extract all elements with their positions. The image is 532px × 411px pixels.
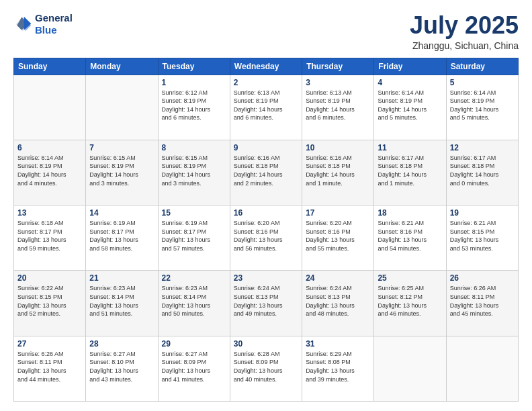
cell-info: Sunrise: 6:12 AM Sunset: 8:19 PM Dayligh… xyxy=(162,89,226,122)
calendar-cell xyxy=(374,336,446,401)
month-title: July 2025 xyxy=(410,12,519,39)
cell-info: Sunrise: 6:27 AM Sunset: 8:10 PM Dayligh… xyxy=(89,350,154,383)
calendar-cell: 1Sunrise: 6:12 AM Sunset: 8:19 PM Daylig… xyxy=(158,75,230,140)
weekday-tuesday: Tuesday xyxy=(158,58,230,75)
calendar-cell: 11Sunrise: 6:17 AM Sunset: 8:18 PM Dayli… xyxy=(374,140,446,205)
cell-info: Sunrise: 6:21 AM Sunset: 8:15 PM Dayligh… xyxy=(450,219,515,253)
calendar-cell: 21Sunrise: 6:23 AM Sunset: 8:14 PM Dayli… xyxy=(86,271,158,336)
day-number: 16 xyxy=(234,208,298,218)
cell-info: Sunrise: 6:23 AM Sunset: 8:14 PM Dayligh… xyxy=(89,284,154,318)
calendar-cell: 7Sunrise: 6:15 AM Sunset: 8:19 PM Daylig… xyxy=(86,140,158,205)
day-number: 28 xyxy=(89,339,154,349)
header: General Blue July 2025 Zhanggu, Sichuan,… xyxy=(13,12,519,51)
cell-info: Sunrise: 6:24 AM Sunset: 8:13 PM Dayligh… xyxy=(306,284,370,318)
cell-info: Sunrise: 6:16 AM Sunset: 8:18 PM Dayligh… xyxy=(306,154,370,187)
weekday-wednesday: Wednesday xyxy=(230,58,302,75)
cell-info: Sunrise: 6:14 AM Sunset: 8:19 PM Dayligh… xyxy=(17,154,82,187)
day-number: 24 xyxy=(306,273,370,283)
cell-info: Sunrise: 6:16 AM Sunset: 8:18 PM Dayligh… xyxy=(234,154,298,187)
logo-line1: General xyxy=(35,12,73,24)
week-row-4: 20Sunrise: 6:22 AM Sunset: 8:15 PM Dayli… xyxy=(14,271,519,336)
calendar-cell: 9Sunrise: 6:16 AM Sunset: 8:18 PM Daylig… xyxy=(230,140,302,205)
calendar-cell: 14Sunrise: 6:19 AM Sunset: 8:17 PM Dayli… xyxy=(86,205,158,271)
cell-info: Sunrise: 6:17 AM Sunset: 8:18 PM Dayligh… xyxy=(450,154,515,187)
cell-info: Sunrise: 6:15 AM Sunset: 8:19 PM Dayligh… xyxy=(89,154,154,187)
day-number: 9 xyxy=(234,143,298,152)
day-number: 27 xyxy=(17,339,82,349)
week-row-2: 6Sunrise: 6:14 AM Sunset: 8:19 PM Daylig… xyxy=(14,140,519,205)
calendar-cell: 10Sunrise: 6:16 AM Sunset: 8:18 PM Dayli… xyxy=(302,140,374,205)
weekday-sunday: Sunday xyxy=(14,58,86,75)
weekday-header-row: SundayMondayTuesdayWednesdayThursdayFrid… xyxy=(14,58,519,75)
calendar-cell: 26Sunrise: 6:26 AM Sunset: 8:11 PM Dayli… xyxy=(446,271,518,336)
calendar-cell: 2Sunrise: 6:13 AM Sunset: 8:19 PM Daylig… xyxy=(230,75,302,140)
calendar-cell: 25Sunrise: 6:25 AM Sunset: 8:12 PM Dayli… xyxy=(374,271,446,336)
cell-info: Sunrise: 6:25 AM Sunset: 8:12 PM Dayligh… xyxy=(378,284,442,318)
cell-info: Sunrise: 6:15 AM Sunset: 8:19 PM Dayligh… xyxy=(162,154,226,187)
calendar-cell: 20Sunrise: 6:22 AM Sunset: 8:15 PM Dayli… xyxy=(14,271,86,336)
day-number: 6 xyxy=(17,143,82,152)
logo-line2: Blue xyxy=(35,24,73,36)
title-block: July 2025 Zhanggu, Sichuan, China xyxy=(410,12,519,51)
cell-info: Sunrise: 6:17 AM Sunset: 8:18 PM Dayligh… xyxy=(378,154,442,187)
day-number: 23 xyxy=(234,273,298,283)
day-number: 19 xyxy=(450,208,515,218)
day-number: 30 xyxy=(234,339,298,349)
cell-info: Sunrise: 6:29 AM Sunset: 8:08 PM Dayligh… xyxy=(306,350,370,383)
calendar-cell: 29Sunrise: 6:27 AM Sunset: 8:09 PM Dayli… xyxy=(158,336,230,401)
day-number: 4 xyxy=(378,78,442,87)
cell-info: Sunrise: 6:28 AM Sunset: 8:09 PM Dayligh… xyxy=(234,350,298,383)
cell-info: Sunrise: 6:27 AM Sunset: 8:09 PM Dayligh… xyxy=(162,350,226,383)
calendar-cell: 4Sunrise: 6:14 AM Sunset: 8:19 PM Daylig… xyxy=(374,75,446,140)
day-number: 3 xyxy=(306,78,370,87)
location: Zhanggu, Sichuan, China xyxy=(410,40,519,51)
cell-info: Sunrise: 6:18 AM Sunset: 8:17 PM Dayligh… xyxy=(17,219,82,253)
calendar-cell: 17Sunrise: 6:20 AM Sunset: 8:16 PM Dayli… xyxy=(302,205,374,271)
calendar-cell: 19Sunrise: 6:21 AM Sunset: 8:15 PM Dayli… xyxy=(446,205,518,271)
logo: General Blue xyxy=(13,12,73,36)
calendar-cell xyxy=(14,75,86,140)
cell-info: Sunrise: 6:14 AM Sunset: 8:19 PM Dayligh… xyxy=(450,89,515,122)
calendar-cell: 23Sunrise: 6:24 AM Sunset: 8:13 PM Dayli… xyxy=(230,271,302,336)
day-number: 31 xyxy=(306,339,370,349)
calendar-cell: 3Sunrise: 6:13 AM Sunset: 8:19 PM Daylig… xyxy=(302,75,374,140)
day-number: 25 xyxy=(378,273,442,283)
weekday-friday: Friday xyxy=(374,58,446,75)
day-number: 12 xyxy=(450,143,515,152)
calendar-cell: 5Sunrise: 6:14 AM Sunset: 8:19 PM Daylig… xyxy=(446,75,518,140)
logo-icon xyxy=(13,15,32,34)
day-number: 29 xyxy=(162,339,226,349)
calendar-cell: 28Sunrise: 6:27 AM Sunset: 8:10 PM Dayli… xyxy=(86,336,158,401)
cell-info: Sunrise: 6:19 AM Sunset: 8:17 PM Dayligh… xyxy=(162,219,226,253)
calendar-table: SundayMondayTuesdayWednesdayThursdayFrid… xyxy=(13,58,519,402)
day-number: 22 xyxy=(162,273,226,283)
day-number: 10 xyxy=(306,143,370,152)
cell-info: Sunrise: 6:26 AM Sunset: 8:11 PM Dayligh… xyxy=(17,350,82,383)
calendar-cell: 22Sunrise: 6:23 AM Sunset: 8:14 PM Dayli… xyxy=(158,271,230,336)
calendar-cell: 30Sunrise: 6:28 AM Sunset: 8:09 PM Dayli… xyxy=(230,336,302,401)
day-number: 18 xyxy=(378,208,442,218)
day-number: 14 xyxy=(89,208,154,218)
cell-info: Sunrise: 6:20 AM Sunset: 8:16 PM Dayligh… xyxy=(234,219,298,253)
day-number: 26 xyxy=(450,273,515,283)
cell-info: Sunrise: 6:24 AM Sunset: 8:13 PM Dayligh… xyxy=(234,284,298,318)
day-number: 8 xyxy=(162,143,226,152)
day-number: 7 xyxy=(89,143,154,152)
cell-info: Sunrise: 6:23 AM Sunset: 8:14 PM Dayligh… xyxy=(162,284,226,318)
calendar-cell xyxy=(446,336,518,401)
cell-info: Sunrise: 6:13 AM Sunset: 8:19 PM Dayligh… xyxy=(306,89,370,122)
cell-info: Sunrise: 6:19 AM Sunset: 8:17 PM Dayligh… xyxy=(89,219,154,253)
calendar-cell: 15Sunrise: 6:19 AM Sunset: 8:17 PM Dayli… xyxy=(158,205,230,271)
day-number: 15 xyxy=(162,208,226,218)
calendar-cell: 6Sunrise: 6:14 AM Sunset: 8:19 PM Daylig… xyxy=(14,140,86,205)
calendar-cell: 27Sunrise: 6:26 AM Sunset: 8:11 PM Dayli… xyxy=(14,336,86,401)
calendar-cell: 13Sunrise: 6:18 AM Sunset: 8:17 PM Dayli… xyxy=(14,205,86,271)
cell-info: Sunrise: 6:13 AM Sunset: 8:19 PM Dayligh… xyxy=(234,89,298,122)
weekday-monday: Monday xyxy=(86,58,158,75)
calendar-cell: 31Sunrise: 6:29 AM Sunset: 8:08 PM Dayli… xyxy=(302,336,374,401)
weekday-thursday: Thursday xyxy=(302,58,374,75)
day-number: 11 xyxy=(378,143,442,152)
cell-info: Sunrise: 6:26 AM Sunset: 8:11 PM Dayligh… xyxy=(450,284,515,318)
week-row-1: 1Sunrise: 6:12 AM Sunset: 8:19 PM Daylig… xyxy=(14,75,519,140)
cell-info: Sunrise: 6:14 AM Sunset: 8:19 PM Dayligh… xyxy=(378,89,442,122)
